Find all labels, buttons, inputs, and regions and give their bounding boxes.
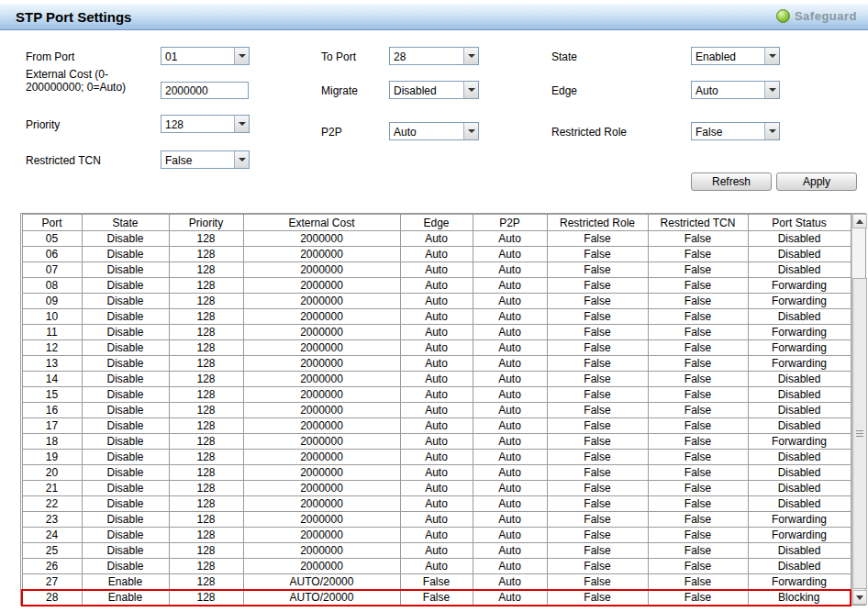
- table-cell: Disabled: [748, 481, 851, 496]
- table-cell: Disable: [82, 512, 169, 528]
- table-cell: Auto: [473, 450, 547, 465]
- table-cell: False: [648, 481, 748, 496]
- edge-value: Auto: [692, 82, 764, 98]
- restricted-role-select[interactable]: False: [691, 122, 780, 140]
- table-cell: 2000000: [243, 559, 400, 574]
- external-cost-input[interactable]: [161, 82, 249, 99]
- table-cell: 128: [169, 528, 243, 543]
- table-cell: False: [648, 325, 748, 340]
- table-cell: False: [547, 450, 648, 465]
- priority-select[interactable]: 128: [161, 115, 250, 133]
- edge-select[interactable]: Auto: [691, 81, 780, 99]
- table-cell: Disable: [82, 294, 169, 309]
- port-table: PortStatePriorityExternal CostEdgeP2PRes…: [21, 214, 851, 606]
- table-cell: 27: [22, 574, 82, 590]
- table-cell: False: [648, 543, 748, 559]
- table-cell: 2000000: [243, 434, 400, 450]
- table-cell: 128: [169, 434, 243, 450]
- table-header-row: PortStatePriorityExternal CostEdgeP2PRes…: [22, 215, 851, 231]
- table-cell: 22: [22, 496, 82, 512]
- table-cell: False: [547, 481, 648, 496]
- table-cell: Disable: [82, 309, 169, 325]
- table-cell: Enable: [82, 590, 169, 606]
- table-row: 11Disable1282000000AutoAutoFalseFalseFor…: [22, 325, 851, 340]
- table-cell: Auto: [473, 325, 547, 340]
- chevron-down-icon[interactable]: [234, 48, 249, 64]
- chevron-down-icon[interactable]: [463, 82, 478, 98]
- column-header: Port Status: [748, 215, 851, 231]
- chevron-down-icon[interactable]: [463, 48, 478, 64]
- table-cell: Auto: [473, 372, 547, 387]
- table-cell: False: [547, 356, 648, 372]
- chevron-down-icon[interactable]: [234, 151, 249, 168]
- migrate-select[interactable]: Disabled: [389, 81, 479, 99]
- table-row: 14Disable1282000000AutoAutoFalseFalseDis…: [22, 372, 851, 387]
- table-cell: Auto: [473, 403, 547, 418]
- apply-button[interactable]: Apply: [776, 172, 857, 191]
- table-cell: Auto: [400, 450, 473, 465]
- table-row: 18Disable1282000000AutoAutoFalseFalseFor…: [22, 434, 851, 450]
- table-cell: Auto: [400, 247, 473, 262]
- edge-label: Edge: [551, 84, 577, 97]
- chevron-down-icon[interactable]: [234, 116, 249, 132]
- table-cell: 128: [169, 247, 243, 262]
- table-cell: Disable: [82, 387, 169, 403]
- table-cell: Auto: [473, 418, 547, 434]
- table-cell: Forwarding: [748, 340, 851, 356]
- table-cell: False: [648, 278, 748, 294]
- table-cell: False: [547, 418, 648, 434]
- table-cell: Auto: [400, 356, 473, 372]
- chevron-down-icon[interactable]: [764, 123, 779, 139]
- restricted-role-value: False: [692, 123, 764, 139]
- column-header: State: [82, 215, 169, 231]
- table-cell: Auto: [473, 262, 547, 278]
- table-cell: False: [400, 574, 473, 590]
- table-cell: False: [547, 590, 648, 606]
- table-cell: 2000000: [243, 387, 400, 403]
- port-table-body: 05Disable1282000000AutoAutoFalseFalseDis…: [22, 231, 851, 606]
- scrollbar-thumb[interactable]: [852, 278, 867, 589]
- table-cell: Auto: [400, 418, 473, 434]
- table-cell: 128: [169, 465, 243, 481]
- scrollbar-down-icon[interactable]: [852, 590, 867, 605]
- table-cell: False: [648, 262, 748, 278]
- table-cell: Disable: [82, 325, 169, 340]
- table-cell: 128: [169, 340, 243, 356]
- table-cell: False: [547, 512, 648, 528]
- state-select[interactable]: Enabled: [691, 47, 780, 65]
- table-row: 15Disable1282000000AutoAutoFalseFalseDis…: [22, 387, 851, 403]
- chevron-down-icon[interactable]: [463, 123, 478, 139]
- table-cell: False: [400, 590, 473, 606]
- table-cell: 128: [169, 294, 243, 309]
- table-cell: 2000000: [243, 465, 400, 481]
- safeguard-orb-icon: [776, 9, 790, 23]
- table-cell: Disabled: [748, 418, 851, 434]
- migrate-value: Disabled: [390, 82, 463, 98]
- table-cell: Disable: [82, 278, 169, 294]
- table-cell: Auto: [473, 247, 547, 262]
- chevron-down-icon[interactable]: [764, 82, 779, 98]
- table-cell: Disable: [82, 559, 169, 574]
- table-cell: 128: [169, 309, 243, 325]
- table-cell: 14: [22, 372, 82, 387]
- table-cell: 20: [22, 465, 82, 481]
- table-row: 07Disable1282000000AutoAutoFalseFalseDis…: [22, 262, 851, 278]
- table-cell: Auto: [473, 356, 547, 372]
- refresh-button[interactable]: Refresh: [691, 172, 772, 191]
- chevron-down-icon[interactable]: [764, 48, 779, 64]
- table-cell: Auto: [400, 262, 473, 278]
- table-cell: Disable: [82, 434, 169, 450]
- vertical-scrollbar[interactable]: [851, 214, 865, 605]
- header-bar: STP Port Settings Safeguard: [0, 4, 868, 30]
- from-port-select[interactable]: 01: [161, 47, 250, 65]
- table-cell: Disable: [82, 340, 169, 356]
- table-cell: False: [648, 574, 748, 590]
- to-port-select[interactable]: 28: [389, 47, 479, 65]
- table-cell: False: [648, 294, 748, 309]
- scrollbar-up-icon[interactable]: [852, 214, 867, 228]
- restricted-tcn-select[interactable]: False: [161, 150, 250, 169]
- table-cell: Auto: [473, 387, 547, 403]
- table-cell: Disable: [82, 247, 169, 262]
- table-cell: False: [547, 496, 648, 512]
- p2p-select[interactable]: Auto: [389, 122, 479, 140]
